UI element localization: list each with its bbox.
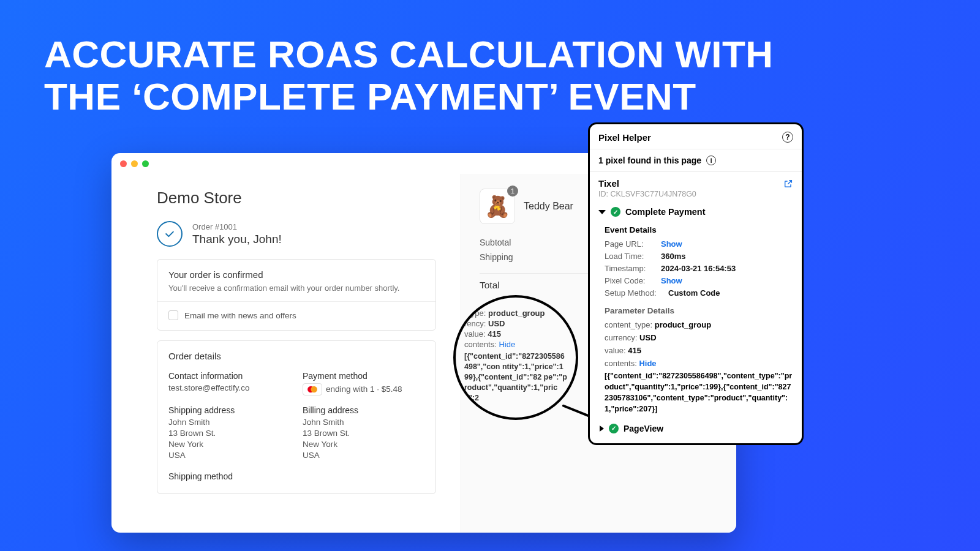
complete-payment-event[interactable]: ✓ Complete Payment bbox=[598, 207, 793, 217]
product-thumbnail: 🧸 1 bbox=[480, 189, 515, 224]
order-details-title: Order details bbox=[168, 351, 424, 361]
caret-down-icon bbox=[598, 210, 606, 214]
confirm-subtitle: You'll receive a confirmation email with… bbox=[168, 283, 424, 293]
timestamp-value: 2024-03-21 16:54:53 bbox=[661, 264, 736, 273]
mastercard-icon bbox=[303, 383, 322, 395]
hide-link[interactable]: Hide bbox=[499, 340, 515, 349]
check-circle-icon bbox=[157, 221, 183, 247]
info-icon[interactable]: i bbox=[706, 156, 716, 165]
order-details-panel: Order details Contact information test.s… bbox=[157, 340, 436, 494]
load-time-value: 360ms bbox=[661, 252, 685, 261]
billing-address-label: Billing address bbox=[303, 405, 424, 415]
shipping-address-label: Shipping address bbox=[168, 405, 290, 415]
check-icon: ✓ bbox=[611, 207, 620, 217]
maximize-icon[interactable] bbox=[142, 160, 149, 167]
close-icon[interactable] bbox=[120, 160, 127, 167]
confirm-title: Your order is confirmed bbox=[168, 269, 424, 280]
pixel-helper-popover: Pixel Helper ? 1 pixel found in this pag… bbox=[588, 122, 804, 445]
contact-label: Contact information bbox=[168, 371, 290, 381]
param-content-type: product_group bbox=[655, 320, 711, 329]
product-name: Teddy Bear bbox=[524, 201, 573, 212]
marketing-headline: ACCURATE ROAS CALCULATION WITH THE ‘COMP… bbox=[44, 33, 943, 118]
tixel-title: Tixel bbox=[598, 178, 619, 189]
order-number: Order #1001 bbox=[192, 222, 282, 231]
pageview-event[interactable]: ✓ PageView bbox=[600, 424, 793, 433]
setup-method-value: Custom Code bbox=[668, 288, 720, 298]
param-value: 415 bbox=[628, 346, 641, 355]
magnifier-json: [{"content_id":"8272305586498","con ntit… bbox=[464, 351, 567, 403]
open-external-icon[interactable] bbox=[783, 179, 793, 189]
teddy-bear-icon: 🧸 bbox=[484, 196, 510, 217]
confirmation-panel: Your order is confirmed You'll receive a… bbox=[157, 259, 436, 331]
show-page-url-link[interactable]: Show bbox=[661, 239, 682, 249]
help-icon[interactable]: ? bbox=[782, 132, 793, 143]
hide-contents-link[interactable]: Hide bbox=[639, 359, 656, 368]
check-icon: ✓ bbox=[609, 424, 619, 433]
subtotal-label: Subtotal bbox=[480, 238, 511, 247]
magnifier-lens: _type: product_group rency: USD value: 4… bbox=[453, 295, 578, 420]
pixel-id: ID: CKLSVF3C77U4JN78G0 bbox=[598, 190, 793, 198]
newsletter-checkbox[interactable] bbox=[168, 310, 178, 320]
contents-json: [{"content_id":"8272305586498","content_… bbox=[605, 370, 793, 415]
pixel-helper-title: Pixel Helper bbox=[598, 132, 651, 143]
thank-you-text: Thank you, John! bbox=[192, 233, 282, 246]
event-details-heading: Event Details bbox=[605, 225, 793, 234]
payment-method: ending with 1 · $5.48 bbox=[303, 383, 424, 395]
quantity-badge: 1 bbox=[507, 186, 518, 197]
svg-point-1 bbox=[311, 386, 317, 393]
newsletter-label: Email me with news and offers bbox=[184, 311, 296, 320]
contact-email: test.store@effectify.co bbox=[168, 383, 290, 392]
billing-address: John Smith 13 Brown St. New York USA bbox=[303, 418, 424, 460]
show-pixel-code-link[interactable]: Show bbox=[661, 276, 682, 285]
caret-right-icon bbox=[600, 425, 604, 432]
parameter-details-heading: Parameter Details bbox=[605, 306, 793, 315]
shipping-address: John Smith 13 Brown St. New York USA bbox=[168, 418, 290, 460]
shipping-method-label: Shipping method bbox=[168, 471, 290, 481]
pixel-found-text: 1 pixel found in this page bbox=[598, 156, 701, 165]
total-label: Total bbox=[480, 280, 500, 291]
minimize-icon[interactable] bbox=[131, 160, 138, 167]
window-traffic-lights bbox=[120, 160, 149, 167]
store-title: Demo Store bbox=[157, 189, 436, 208]
param-currency: USD bbox=[639, 333, 656, 342]
payment-label: Payment method bbox=[303, 371, 424, 381]
shipping-label: Shipping bbox=[480, 252, 513, 262]
